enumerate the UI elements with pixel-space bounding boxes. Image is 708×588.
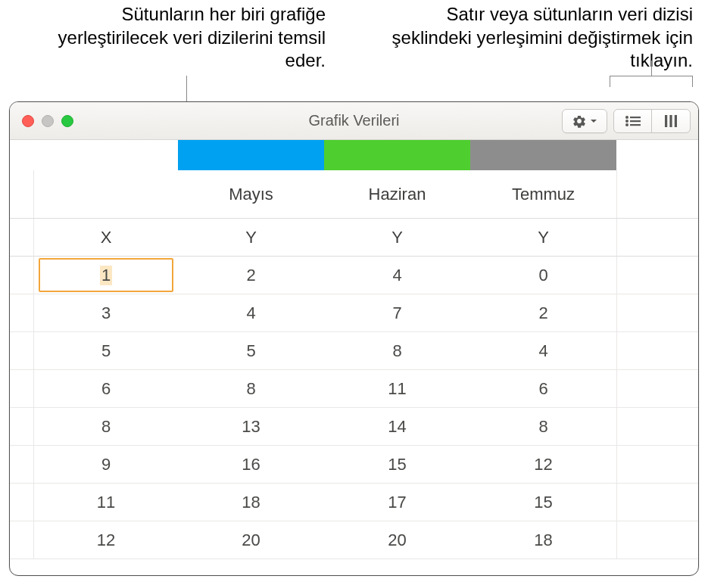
table-row: 9 16 15 12 bbox=[10, 446, 698, 484]
table-row: 8 13 14 8 bbox=[10, 408, 698, 446]
row-gutter bbox=[10, 521, 34, 558]
data-cell-y[interactable]: 12 bbox=[470, 446, 616, 483]
data-cell-y[interactable]: 16 bbox=[178, 446, 324, 483]
series-color-2[interactable] bbox=[324, 140, 470, 170]
axis-y-label: Y bbox=[178, 219, 324, 256]
svg-rect-3 bbox=[630, 120, 641, 122]
data-cell-y[interactable]: 18 bbox=[178, 484, 324, 521]
data-cell-y[interactable]: 15 bbox=[324, 446, 470, 483]
data-cell-x[interactable]: 9 bbox=[34, 446, 178, 483]
callout-leader-right bbox=[610, 76, 693, 101]
window-controls bbox=[10, 115, 73, 127]
row-end bbox=[616, 521, 698, 558]
row-end bbox=[616, 294, 698, 331]
axis-x-label: X bbox=[34, 219, 178, 256]
series-name-row: Mayıs Haziran Temmuz bbox=[10, 170, 698, 219]
data-cell-y[interactable]: 13 bbox=[178, 408, 324, 445]
data-cell-y[interactable]: 17 bbox=[324, 484, 470, 521]
data-cell-y[interactable]: 2 bbox=[178, 257, 324, 294]
plot-rows-button[interactable] bbox=[614, 110, 652, 132]
data-cell-y[interactable]: 2 bbox=[470, 294, 616, 331]
data-cell-y[interactable]: 15 bbox=[470, 484, 616, 521]
data-cell-y[interactable]: 8 bbox=[324, 332, 470, 369]
svg-point-4 bbox=[625, 123, 628, 126]
svg-point-0 bbox=[625, 116, 628, 119]
svg-rect-8 bbox=[675, 115, 677, 127]
data-cell-y[interactable]: 8 bbox=[178, 370, 324, 407]
table-row: 12 20 20 18 bbox=[10, 521, 698, 559]
minimize-button[interactable] bbox=[42, 115, 54, 127]
series-color-1[interactable] bbox=[178, 140, 324, 170]
zoom-button[interactable] bbox=[61, 115, 73, 127]
data-cell-y[interactable]: 20 bbox=[178, 521, 324, 558]
cell-value: 1 bbox=[100, 266, 112, 285]
data-cell-y[interactable]: 20 bbox=[324, 521, 470, 558]
table-row: 6 8 11 6 bbox=[10, 370, 698, 408]
axis-y-label: Y bbox=[324, 219, 470, 256]
data-cell-x[interactable]: 8 bbox=[34, 408, 178, 445]
series-name-2[interactable]: Haziran bbox=[324, 170, 470, 218]
data-cell-y[interactable]: 7 bbox=[324, 294, 470, 331]
data-cell-x[interactable]: 5 bbox=[34, 332, 178, 369]
axis-end bbox=[616, 219, 698, 256]
row-end bbox=[616, 484, 698, 521]
row-gutter bbox=[10, 257, 34, 294]
data-cell-y[interactable]: 11 bbox=[324, 370, 470, 407]
svg-rect-5 bbox=[630, 124, 641, 126]
data-cell-y[interactable]: 4 bbox=[178, 294, 324, 331]
axis-y-label: Y bbox=[470, 219, 616, 256]
chevron-down-icon bbox=[590, 117, 597, 125]
chart-data-editor-window: Grafik Verileri bbox=[9, 101, 699, 576]
row-gutter bbox=[10, 294, 34, 331]
row-end bbox=[616, 257, 698, 294]
callout-columns-series: Sütunların her biri grafiğe yerleştirile… bbox=[45, 3, 326, 73]
series-name-3[interactable]: Temmuz bbox=[470, 170, 616, 218]
series-name-end bbox=[616, 170, 698, 218]
callout-orientation-switch: Satır veya sütunların veri dizisi şeklin… bbox=[390, 3, 693, 73]
table-row: 3 4 7 2 bbox=[10, 294, 698, 332]
axis-label-row: X Y Y Y bbox=[10, 219, 698, 257]
data-cell-y[interactable]: 0 bbox=[470, 257, 616, 294]
data-cell-x[interactable]: 6 bbox=[34, 370, 178, 407]
data-cell-x[interactable]: 3 bbox=[34, 294, 178, 331]
series-orientation-toggle bbox=[613, 109, 691, 133]
row-end bbox=[616, 408, 698, 445]
row-gutter bbox=[10, 408, 34, 445]
data-cell-y[interactable]: 18 bbox=[470, 521, 616, 558]
svg-rect-1 bbox=[630, 117, 641, 118]
row-gutter bbox=[10, 219, 34, 256]
series-color-3[interactable] bbox=[470, 140, 616, 170]
row-gutter bbox=[10, 446, 34, 483]
gear-icon bbox=[572, 114, 587, 129]
data-cell-y[interactable]: 4 bbox=[470, 332, 616, 369]
data-cell-y[interactable]: 14 bbox=[324, 408, 470, 445]
settings-menu-button[interactable] bbox=[562, 109, 607, 133]
data-cell-y[interactable]: 4 bbox=[324, 257, 470, 294]
table-row: 5 5 8 4 bbox=[10, 332, 698, 370]
data-cell-x[interactable]: 12 bbox=[34, 521, 178, 558]
data-grid: Mayıs Haziran Temmuz X Y Y Y 1 2 bbox=[10, 170, 698, 575]
series-color-strip bbox=[178, 140, 616, 170]
callout-leader-left bbox=[186, 76, 187, 101]
data-cell-y[interactable]: 5 bbox=[178, 332, 324, 369]
table-row: 11 18 17 15 bbox=[10, 484, 698, 521]
window-titlebar: Grafik Verileri bbox=[10, 102, 698, 140]
svg-rect-7 bbox=[669, 115, 672, 127]
data-cell-x[interactable]: 1 bbox=[34, 257, 178, 294]
table-row: 1 2 4 0 bbox=[10, 257, 698, 294]
data-cell-x[interactable]: 11 bbox=[34, 484, 178, 521]
series-name-blank bbox=[34, 170, 178, 218]
row-gutter bbox=[10, 370, 34, 407]
row-gutter bbox=[10, 170, 34, 218]
data-grid-area: Mayıs Haziran Temmuz X Y Y Y 1 2 bbox=[10, 140, 698, 575]
data-cell-y[interactable]: 8 bbox=[470, 408, 616, 445]
svg-rect-6 bbox=[665, 115, 667, 127]
row-gutter bbox=[10, 332, 34, 369]
row-gutter bbox=[10, 484, 34, 521]
columns-icon bbox=[663, 114, 679, 129]
data-cell-y[interactable]: 6 bbox=[470, 370, 616, 407]
svg-point-2 bbox=[625, 120, 628, 123]
series-name-1[interactable]: Mayıs bbox=[178, 170, 324, 218]
plot-columns-button[interactable] bbox=[652, 110, 690, 132]
close-button[interactable] bbox=[22, 115, 34, 127]
